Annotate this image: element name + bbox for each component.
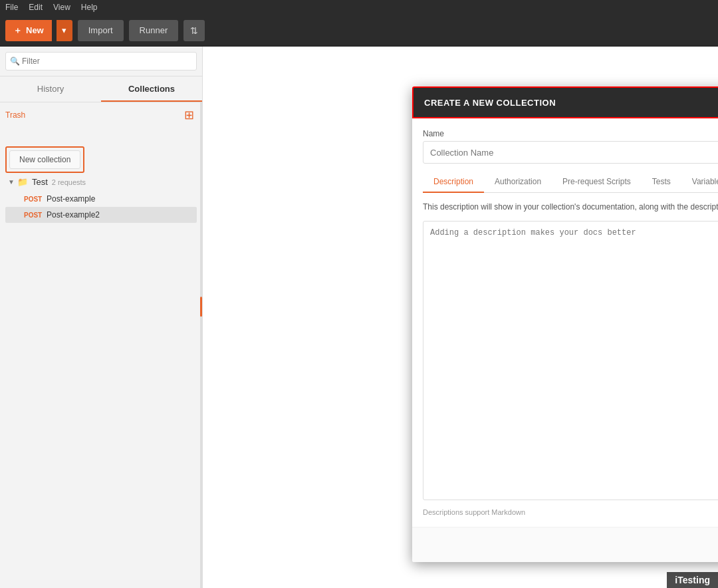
modal-footer: Cancel Create	[412, 527, 718, 562]
sidebar-tab-collections[interactable]: Collections	[101, 76, 202, 102]
sync-button[interactable]: ⇅	[183, 20, 205, 41]
new-collection-box: New collection	[5, 146, 84, 173]
runner-button[interactable]: Runner	[129, 20, 179, 41]
request-item-1[interactable]: POST Post-example2	[5, 207, 197, 223]
request-name-0: Post-example	[47, 194, 95, 204]
collection-name: Test	[32, 177, 48, 187]
modal-tab-authorization[interactable]: Authorization	[484, 172, 552, 193]
new-label: New	[26, 25, 44, 35]
modal-body: Name Description Authorization Pre-reque…	[412, 118, 718, 527]
chevron-down-icon: ▼	[8, 178, 15, 186]
request-item-0[interactable]: POST Post-example	[5, 191, 197, 207]
trash-link[interactable]: Trash	[5, 108, 197, 122]
markdown-note: Descriptions support Markdown	[423, 508, 718, 516]
scrollbar[interactable]	[200, 102, 202, 588]
description-textarea[interactable]	[423, 221, 718, 500]
modal-tab-prerequest[interactable]: Pre-request Scripts	[552, 172, 642, 193]
method-badge-0: POST	[24, 196, 47, 203]
folder-icon: 📁	[17, 177, 28, 187]
sync-icon: ⇅	[190, 25, 198, 36]
collection-name-input[interactable]	[423, 141, 718, 164]
name-label: Name	[423, 129, 718, 138]
sidebar-tabs: History Collections	[0, 76, 202, 102]
plus-icon: ＋	[13, 25, 22, 37]
create-collection-modal: CREATE A NEW COLLECTION ✕ Name Descripti…	[412, 86, 718, 562]
name-field-group: Name	[423, 129, 718, 164]
menu-edit[interactable]: Edit	[29, 3, 43, 12]
content-area: CREATE A NEW COLLECTION ✕ Name Descripti…	[203, 47, 718, 588]
modal-tab-tests[interactable]: Tests	[642, 172, 681, 193]
new-collection-icon[interactable]: ⊞	[184, 108, 194, 122]
search-icon: 🔍	[10, 57, 20, 66]
description-info-text: This description will show in your colle…	[423, 201, 718, 213]
new-dropdown-button[interactable]: ▾	[57, 20, 72, 41]
collection-item-test[interactable]: ▼ 📁 Test 2 requests	[5, 173, 197, 191]
import-button[interactable]: Import	[78, 20, 124, 41]
sidebar-search-area: 🔍	[0, 47, 202, 76]
main-layout: 🔍 History Collections Trash ⊞ New collec…	[0, 47, 718, 588]
search-input[interactable]	[5, 52, 197, 71]
sidebar-tab-history[interactable]: History	[0, 76, 101, 102]
scroll-thumb	[200, 297, 202, 317]
modal-header: CREATE A NEW COLLECTION ✕	[412, 86, 718, 118]
modal-title: CREATE A NEW COLLECTION	[424, 98, 556, 108]
watermark: iTesting	[667, 572, 718, 588]
collection-request-count: 2 requests	[52, 178, 86, 186]
toolbar: ＋ New ▾ Import Runner ⇅	[0, 15, 718, 47]
chevron-down-icon: ▾	[62, 25, 66, 35]
sidebar: 🔍 History Collections Trash ⊞ New collec…	[0, 47, 203, 588]
modal-tabs: Description Authorization Pre-request Sc…	[423, 172, 718, 193]
modal-tab-description[interactable]: Description	[423, 172, 484, 193]
modal-tab-variables[interactable]: Variables	[681, 172, 718, 193]
menu-view[interactable]: View	[53, 3, 70, 12]
sidebar-content: Trash ⊞ New collection ▼ 📁 Test 2 reques…	[0, 102, 202, 588]
method-badge-1: POST	[24, 212, 47, 219]
new-collection-button[interactable]: New collection	[9, 150, 80, 169]
menu-bar: File Edit View Help	[0, 0, 718, 15]
request-name-1: Post-example2	[47, 210, 100, 220]
menu-help[interactable]: Help	[81, 3, 98, 12]
new-button[interactable]: ＋ New	[5, 20, 52, 41]
menu-file[interactable]: File	[5, 3, 18, 12]
